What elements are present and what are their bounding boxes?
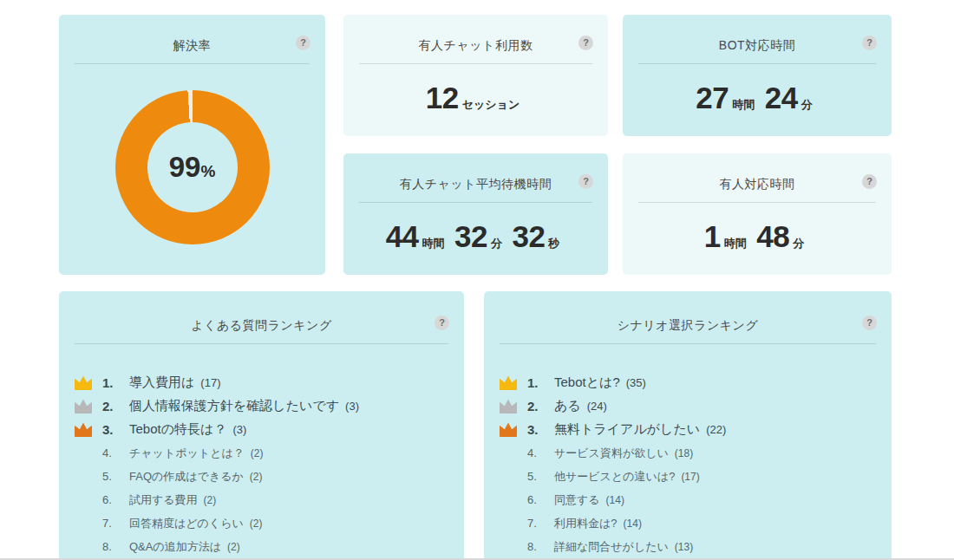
rank-text: Tebotとは? xyxy=(554,374,620,391)
stat-number: 24 xyxy=(765,81,798,114)
rank-number: 2. xyxy=(102,399,129,413)
ranking-item: 2. ある (24) xyxy=(484,394,892,418)
help-icon[interactable]: ? xyxy=(862,174,877,189)
stat-number: 32 xyxy=(454,219,487,253)
stat-card-human-response-time: 有人対応時間 ? 1時間 48分 xyxy=(623,153,892,275)
crown-icon xyxy=(499,398,519,414)
stat-value: 12セッション xyxy=(343,81,608,115)
ranking-item: 5. FAQの作成はできるか (2) xyxy=(59,465,464,488)
stat-unit: 分 xyxy=(801,98,813,111)
card-header: 有人チャット利用数 ? xyxy=(343,15,608,54)
crown-icon xyxy=(74,398,95,414)
faq-ranking-list: 1. 導入費用は (17) 2. 個人情報保護方針を確認したいです (3) 3.… xyxy=(59,371,464,560)
rank-count: (2) xyxy=(251,447,264,459)
help-icon[interactable]: ? xyxy=(578,174,593,189)
stat-unit: 秒 xyxy=(548,237,559,250)
stat-unit: 時間 xyxy=(732,98,755,111)
crown-icon xyxy=(74,421,95,438)
ranking-item: 7. 回答精度はどのくらい (2) xyxy=(59,511,464,535)
rank-number: 3. xyxy=(527,422,554,437)
card-header: 有人チャット平均待機時間 ? xyxy=(343,153,608,192)
stat-part: 27時間 xyxy=(696,96,761,111)
crown-icon xyxy=(499,421,519,438)
ranking-item: 1. Tebotとは? (35) xyxy=(484,371,892,394)
rank-text: 詳細な問合せがしたい xyxy=(554,539,669,555)
rank-text: 個人情報保護方針を確認したいです xyxy=(129,398,339,414)
rank-text: Tebotの特長は？ xyxy=(129,421,226,438)
card-header: よくある質問ランキング ? xyxy=(59,291,464,334)
card-header: BOT対応時間 ? xyxy=(623,15,892,54)
rank-text: サービス資料が欲しい xyxy=(554,446,669,461)
rank-number: 5. xyxy=(527,470,554,483)
help-icon[interactable]: ? xyxy=(435,316,449,330)
stat-number: 48 xyxy=(756,219,789,253)
divider xyxy=(75,343,448,344)
divider xyxy=(500,343,876,344)
rank-number: 5. xyxy=(102,470,129,483)
stat-number: 12 xyxy=(426,81,459,114)
card-title: BOT対応時間 xyxy=(719,38,795,54)
stat-part: 44時間 xyxy=(386,235,451,250)
stat-part: 32秒 xyxy=(512,235,565,250)
rank-number: 6. xyxy=(527,493,554,506)
card-header: 解決率 ? xyxy=(59,15,325,54)
ranking-item: 7. 利用料金は? (14) xyxy=(484,511,892,535)
stat-unit: 時間 xyxy=(724,237,747,250)
stat-unit: 時間 xyxy=(422,237,445,250)
divider xyxy=(359,202,592,203)
help-icon[interactable]: ? xyxy=(862,36,877,50)
rank-number: 8. xyxy=(527,540,554,553)
card-title: シナリオ選択ランキング xyxy=(617,318,758,334)
help-icon[interactable]: ? xyxy=(862,316,877,330)
ranking-card-scenario: シナリオ選択ランキング ? 1. Tebotとは? (35) 2. ある (24… xyxy=(484,291,892,560)
ranking-item: 8. 詳細な問合せがしたい (13) xyxy=(484,535,892,558)
rank-number: 1. xyxy=(102,375,129,390)
rank-count: (35) xyxy=(626,376,646,389)
ranking-item: 2. 個人情報保護方針を確認したいです (3) xyxy=(59,394,464,418)
rank-count: (2) xyxy=(250,471,263,483)
rank-count: (3) xyxy=(345,400,359,413)
divider xyxy=(75,63,310,64)
help-icon[interactable]: ? xyxy=(578,36,593,50)
ranking-item: 8. Q&Aの追加方法は (2) xyxy=(59,535,464,558)
ranking-item: 4. サービス資料が欲しい (18) xyxy=(484,441,892,465)
help-icon[interactable]: ? xyxy=(296,36,310,50)
rank-count: (3) xyxy=(232,423,246,436)
rank-number: 1. xyxy=(527,375,554,390)
stat-card-human-chat-sessions: 有人チャット利用数 ? 12セッション xyxy=(343,15,608,136)
card-title: よくある質問ランキング xyxy=(191,318,331,334)
stat-card-human-chat-avg-wait-time: 有人チャット平均待機時間 ? 44時間 32分 32秒 xyxy=(343,153,608,275)
stat-part: 1時間 xyxy=(704,235,753,250)
stat-number: 27 xyxy=(696,81,729,114)
rank-count: (17) xyxy=(681,471,699,483)
stat-part: 48分 xyxy=(756,235,810,250)
divider xyxy=(638,63,876,64)
divider xyxy=(359,63,592,64)
stat-value: 27時間 24分 xyxy=(623,81,892,115)
stat-number: 32 xyxy=(512,219,545,253)
rank-text: 利用料金は? xyxy=(554,516,617,531)
rank-text: 試用する費用 xyxy=(129,492,198,508)
rank-text: 同意する xyxy=(554,492,600,508)
rank-number: 6. xyxy=(102,493,129,506)
stat-unit: 分 xyxy=(793,237,804,250)
stat-unit: セッション xyxy=(462,98,520,111)
rank-text: チャットポットとは？ xyxy=(129,446,245,461)
ranking-item: 4. チャットポットとは？ (2) xyxy=(59,441,464,465)
rank-count: (2) xyxy=(250,518,263,530)
rank-text: 回答精度はどのくらい xyxy=(129,516,244,531)
card-title: 有人チャット平均待機時間 xyxy=(400,177,552,192)
ranking-item: 3. Tebotの特長は？ (3) xyxy=(59,418,464,441)
rank-number: 7. xyxy=(527,517,554,530)
ranking-card-faq: よくある質問ランキング ? 1. 導入費用は (17) 2. 個人情報保護方針を… xyxy=(59,291,464,560)
rank-number: 3. xyxy=(102,422,129,437)
rank-text: Q&Aの追加方法は xyxy=(129,539,221,555)
ranking-item: 6. 試用する費用 (2) xyxy=(59,488,464,511)
stat-part: 32分 xyxy=(454,235,508,250)
rank-text: 無料トライアルがしたい xyxy=(554,421,700,438)
rank-number: 2. xyxy=(527,399,554,413)
resolution-donut-chart: 99% xyxy=(115,90,270,244)
ranking-item: 6. 同意する (14) xyxy=(484,488,892,511)
ranking-item: 5. 他サービスとの違いは? (17) xyxy=(484,465,892,488)
rank-count: (22) xyxy=(706,423,726,436)
